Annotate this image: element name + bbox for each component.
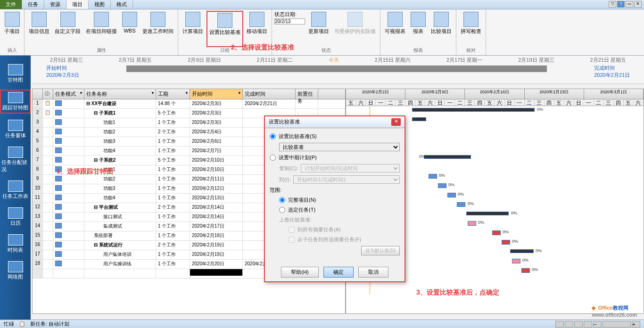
row-duration[interactable]: 1 个工作 bbox=[156, 222, 190, 231]
row-number[interactable]: 13 bbox=[33, 213, 43, 221]
selected-cell[interactable] bbox=[190, 269, 243, 276]
row-duration[interactable]: 1 个工作 bbox=[156, 175, 190, 184]
row-name[interactable]: ⊟ XX平台建设 bbox=[84, 99, 156, 108]
row-number[interactable]: 1 bbox=[33, 99, 43, 108]
row-info[interactable] bbox=[43, 175, 53, 184]
ok-button[interactable]: 确定 bbox=[323, 267, 354, 278]
chevron-down-icon[interactable]: ▼ bbox=[151, 91, 155, 95]
timeline-bar[interactable] bbox=[126, 66, 547, 72]
row-name[interactable]: 功能2 bbox=[84, 128, 156, 137]
row-start[interactable]: 2020年2月3日 bbox=[190, 118, 243, 127]
row-number[interactable]: 15 bbox=[33, 231, 43, 240]
row-duration[interactable]: 1 个工作 bbox=[156, 165, 190, 174]
row-number[interactable]: 9 bbox=[33, 175, 43, 184]
row-duration[interactable]: 1 个工作 bbox=[156, 184, 190, 193]
row-duration[interactable]: 1 个工作 bbox=[156, 250, 190, 259]
row-start[interactable]: 2020年2月11日 bbox=[190, 175, 243, 184]
help-button[interactable]: 帮助(H) bbox=[281, 267, 318, 278]
header-info[interactable]: ⓘ bbox=[43, 89, 53, 99]
row-name[interactable]: 接口测试 bbox=[84, 213, 156, 221]
row-name[interactable]: 系统部署 bbox=[84, 231, 156, 240]
gantt-bar[interactable] bbox=[447, 193, 456, 197]
sidebar-item-calendar[interactable]: 日历 bbox=[0, 206, 31, 228]
header-predecessor[interactable]: 前置任务 bbox=[296, 89, 318, 99]
sidebar-item-task-usage[interactable]: 任务分配状况 bbox=[0, 145, 31, 174]
set-baseline-button[interactable]: 设置比较基准 bbox=[206, 11, 243, 47]
row-info[interactable] bbox=[43, 118, 53, 127]
row-mode[interactable] bbox=[53, 203, 84, 212]
radio-set-interim[interactable] bbox=[270, 155, 276, 161]
row-number[interactable]: 10 bbox=[33, 184, 43, 193]
row-mode[interactable] bbox=[53, 99, 84, 108]
zoom-slider[interactable] bbox=[603, 321, 631, 328]
row-number[interactable]: 5 bbox=[33, 137, 43, 146]
dialog-titlebar[interactable]: 设置比较基准 ✕ bbox=[265, 116, 405, 128]
change-worktime-button[interactable]: 更改工作时间 bbox=[140, 11, 175, 47]
row-mode[interactable] bbox=[53, 213, 84, 221]
row-info[interactable] bbox=[43, 260, 53, 269]
row-duration[interactable]: 2 个工作 bbox=[156, 128, 190, 137]
row-start[interactable]: 2020年2月17日 bbox=[190, 222, 243, 231]
custom-fields-button[interactable]: 自定义字段 bbox=[53, 11, 83, 47]
gantt-bar[interactable] bbox=[412, 108, 535, 112]
row-name[interactable]: 集成测试 bbox=[84, 222, 156, 231]
row-start[interactable]: 2020年2月6日 bbox=[190, 137, 243, 146]
row-info[interactable] bbox=[43, 137, 53, 146]
sidebar-item-task-sheet[interactable]: 任务工作表 bbox=[0, 179, 31, 201]
row-number[interactable]: 16 bbox=[33, 241, 43, 250]
spellcheck-button[interactable]: 拼写检查 bbox=[459, 11, 483, 47]
header-start[interactable]: 开始时间▼ bbox=[190, 89, 243, 99]
row-number[interactable]: 2 bbox=[33, 109, 43, 118]
tab-view[interactable]: 视图 bbox=[89, 0, 111, 9]
sidebar-item-timeline[interactable]: 时间表 bbox=[0, 233, 31, 255]
header-name[interactable]: 任务名称▼ bbox=[84, 89, 156, 99]
row-mode[interactable] bbox=[53, 222, 84, 231]
tab-file[interactable]: 文件 bbox=[0, 0, 22, 9]
row-start[interactable]: 2020年2月3日 bbox=[190, 109, 243, 118]
row-info[interactable] bbox=[43, 213, 53, 221]
radio-selected-tasks[interactable] bbox=[279, 207, 285, 213]
radio-set-baseline[interactable] bbox=[270, 133, 276, 139]
protected-actuals-button[interactable]: 与受保护的实际值 bbox=[332, 11, 378, 47]
chevron-down-icon[interactable]: ▼ bbox=[79, 91, 83, 95]
row-name[interactable]: 功能3 bbox=[84, 184, 156, 193]
link-projects-button[interactable]: 在项目间链接 bbox=[84, 11, 119, 47]
compare-projects-button[interactable]: 比较项目 bbox=[429, 11, 454, 47]
sidebar-item-gantt[interactable]: 甘特图 bbox=[0, 63, 31, 85]
row-mode[interactable] bbox=[53, 194, 84, 203]
option-set-interim[interactable]: 设置中期计划(P) bbox=[270, 154, 400, 161]
option-selected[interactable]: 选定任务(T) bbox=[279, 206, 400, 213]
row-start[interactable]: 2020年2月20日 bbox=[190, 260, 243, 269]
row-duration[interactable]: 1 个工作 bbox=[156, 118, 190, 127]
gantt-bar[interactable] bbox=[424, 155, 471, 159]
row-number[interactable]: 4 bbox=[33, 128, 43, 137]
project-info-button[interactable]: 项目信息 bbox=[27, 11, 51, 47]
row-mode[interactable] bbox=[53, 137, 84, 146]
row-info[interactable] bbox=[43, 203, 53, 212]
baseline-select[interactable]: 比较基准 bbox=[279, 143, 400, 151]
visual-reports-button[interactable]: 可视报表 bbox=[383, 11, 407, 47]
row-number[interactable]: 8 bbox=[33, 165, 43, 174]
row-duration[interactable]: 1 个工作 bbox=[156, 137, 190, 146]
gantt-bar[interactable] bbox=[510, 249, 534, 253]
row-mode[interactable] bbox=[53, 109, 84, 118]
reports-button[interactable]: 报表 bbox=[409, 11, 428, 47]
gantt-bar[interactable] bbox=[457, 202, 465, 207]
row-start[interactable]: 2020年2月10日 bbox=[190, 156, 243, 165]
row-mode[interactable] bbox=[53, 184, 84, 193]
tab-resource[interactable]: 资源 bbox=[44, 0, 66, 9]
row-name[interactable]: 用户集体培训 bbox=[84, 250, 156, 259]
radio-entire-project[interactable] bbox=[279, 197, 285, 203]
subproject-button[interactable]: 子项目 bbox=[2, 11, 22, 47]
row-name[interactable]: 功能2 bbox=[84, 175, 156, 184]
zoom-out-icon[interactable]: − bbox=[593, 321, 602, 328]
row-duration[interactable]: 1 个工作 bbox=[156, 147, 190, 156]
chevron-down-icon[interactable]: ▼ bbox=[185, 91, 189, 95]
row-name[interactable]: 功能1 bbox=[84, 118, 156, 127]
row-info[interactable]: 📋 bbox=[43, 109, 53, 118]
row-info[interactable]: 📋 bbox=[43, 99, 53, 108]
header-rownum[interactable] bbox=[33, 89, 43, 99]
row-start[interactable]: 2020年2月10日 bbox=[190, 165, 243, 174]
row-duration[interactable]: 1 个工作 bbox=[156, 260, 190, 269]
close-icon[interactable]: ✕ bbox=[634, 1, 642, 8]
